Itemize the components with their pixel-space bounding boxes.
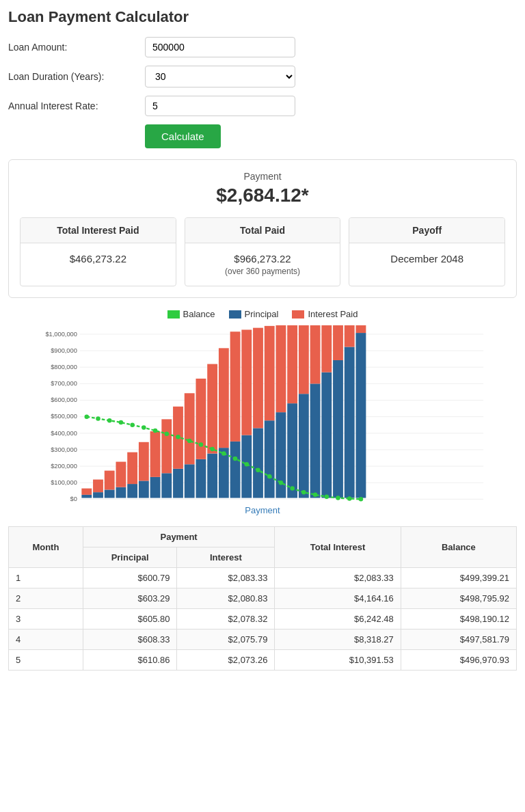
amortization-table: Month Payment Total Interest Balance Pri… (8, 526, 517, 671)
cell-balance: $499,399.21 (401, 568, 516, 588)
cell-interest: $2,078.32 (177, 609, 275, 630)
stat-card-interest-header: Total Interest Paid (21, 218, 176, 243)
cell-month: 3 (9, 609, 83, 630)
svg-rect-70 (356, 333, 366, 498)
svg-text:$400,000: $400,000 (51, 430, 77, 437)
svg-rect-66 (333, 360, 343, 498)
legend-principal: Principal (229, 309, 279, 319)
svg-point-81 (187, 439, 192, 444)
chart-legend: Balance Principal Interest Paid (8, 309, 517, 319)
svg-point-90 (290, 486, 295, 491)
svg-point-76 (130, 422, 135, 427)
svg-point-87 (256, 468, 260, 472)
svg-rect-58 (287, 403, 297, 498)
cell-balance: $498,795.92 (401, 588, 516, 609)
svg-rect-30 (127, 484, 137, 498)
stat-card-interest-value: $466,273.22 (21, 243, 176, 274)
loan-amount-group: Loan Amount: (8, 37, 517, 57)
svg-rect-67 (333, 325, 343, 360)
cell-total-interest: $4,164.16 (275, 588, 401, 609)
svg-rect-65 (321, 325, 332, 373)
cell-total-interest: $8,318.27 (275, 630, 401, 650)
svg-text:$500,000: $500,000 (51, 413, 77, 420)
svg-rect-34 (150, 477, 161, 498)
svg-text:$1,000,000: $1,000,000 (45, 331, 77, 338)
svg-point-95 (347, 496, 352, 501)
cell-interest: $2,083.33 (177, 568, 275, 588)
cell-total-interest: $10,391.53 (275, 650, 401, 671)
svg-point-92 (313, 493, 318, 498)
cell-principal: $605.80 (83, 609, 177, 630)
calculate-button[interactable]: Calculate (145, 124, 221, 148)
table-row: 1 $600.79 $2,083.33 $2,083.33 $499,399.2… (9, 568, 517, 588)
svg-rect-32 (139, 481, 149, 498)
svg-rect-54 (265, 420, 275, 498)
svg-point-78 (153, 429, 158, 433)
svg-point-86 (245, 462, 250, 467)
cell-total-interest: $2,083.33 (275, 568, 401, 588)
payment-label: Payment (20, 171, 505, 182)
svg-point-83 (210, 447, 215, 452)
svg-rect-45 (207, 364, 217, 454)
cell-principal: $610.86 (83, 650, 177, 671)
svg-point-74 (107, 418, 112, 423)
svg-text:$600,000: $600,000 (51, 396, 77, 403)
svg-rect-23 (81, 489, 92, 495)
cell-principal: $603.29 (83, 588, 177, 609)
cell-principal: $600.79 (83, 568, 177, 588)
svg-rect-71 (356, 325, 366, 333)
payment-amount: $2,684.12* (20, 185, 505, 206)
svg-rect-43 (196, 379, 206, 459)
svg-point-73 (96, 416, 100, 421)
stats-row: Total Interest Paid $466,273.22 Total Pa… (20, 217, 505, 286)
svg-point-72 (85, 414, 89, 419)
cell-month: 5 (9, 650, 83, 671)
svg-point-75 (119, 420, 124, 425)
loan-duration-group: Loan Duration (Years): 30 15 20 10 (8, 66, 517, 87)
svg-point-85 (233, 457, 238, 461)
svg-rect-59 (287, 325, 297, 403)
loan-duration-select[interactable]: 30 15 20 10 (145, 66, 295, 87)
loan-amount-label: Loan Amount: (8, 42, 145, 53)
stat-card-payoff-value: December 2048 (349, 243, 504, 274)
svg-rect-64 (321, 373, 332, 498)
cell-interest: $2,075.79 (177, 630, 275, 650)
svg-rect-35 (150, 431, 161, 477)
svg-point-84 (221, 451, 226, 456)
cell-total-interest: $6,242.48 (275, 609, 401, 630)
cell-interest: $2,073.26 (177, 650, 275, 671)
svg-rect-60 (299, 394, 309, 498)
stat-card-interest: Total Interest Paid $466,273.22 (20, 217, 176, 286)
cell-month: 4 (9, 630, 83, 650)
table-row: 3 $605.80 $2,078.32 $6,242.48 $498,190.1… (9, 609, 517, 630)
svg-rect-47 (219, 348, 229, 448)
cell-month: 1 (9, 568, 83, 588)
table-row: 5 $610.86 $2,073.26 $10,391.53 $496,970.… (9, 650, 517, 671)
balance-color-icon (167, 310, 180, 319)
stat-card-total-header: Total Paid (185, 218, 340, 243)
col-month-header: Month (9, 527, 83, 568)
principal-color-icon (229, 310, 241, 319)
cell-month: 2 (9, 588, 83, 609)
interest-rate-input[interactable] (145, 96, 295, 116)
stat-card-total: Total Paid $966,273.22(over 360 payments… (185, 217, 341, 286)
svg-rect-51 (241, 329, 252, 435)
svg-rect-63 (310, 325, 321, 383)
svg-text:$800,000: $800,000 (51, 364, 77, 370)
svg-rect-40 (185, 464, 195, 498)
svg-point-96 (359, 497, 364, 502)
svg-rect-53 (253, 328, 263, 429)
cell-balance: $496,970.93 (401, 650, 516, 671)
chart-xlabel: Payment (8, 505, 517, 515)
table-row: 4 $608.33 $2,075.79 $8,318.27 $497,581.7… (9, 630, 517, 650)
svg-text:$700,000: $700,000 (51, 380, 77, 387)
svg-point-80 (176, 435, 180, 439)
svg-rect-41 (185, 393, 195, 464)
svg-rect-38 (173, 469, 183, 498)
svg-point-94 (336, 496, 340, 500)
svg-rect-26 (105, 489, 115, 498)
svg-point-89 (279, 481, 284, 485)
loan-amount-input[interactable] (145, 37, 295, 57)
interest-rate-group: Annual Interest Rate: (8, 96, 517, 116)
svg-rect-28 (116, 487, 126, 498)
